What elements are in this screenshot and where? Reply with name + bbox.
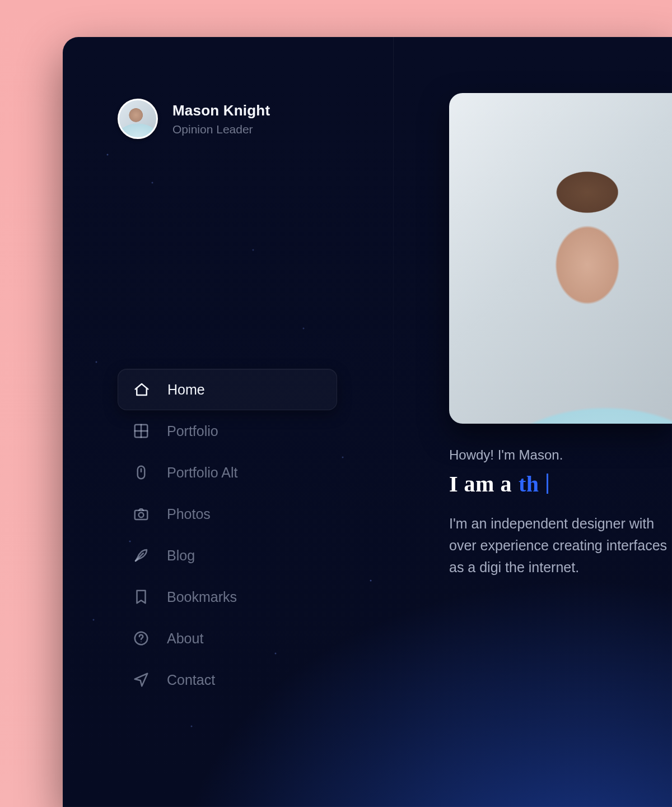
bookmark-icon	[132, 588, 150, 606]
sidebar-item-blog[interactable]: Blog	[118, 535, 337, 576]
camera-icon	[132, 505, 150, 523]
sidebar-item-bookmarks[interactable]: Bookmarks	[118, 576, 337, 618]
mouse-icon	[132, 463, 150, 481]
sidebar-divider	[393, 37, 394, 807]
send-icon	[132, 671, 150, 689]
feather-icon	[132, 546, 150, 564]
sidebar-item-about[interactable]: About	[118, 618, 337, 659]
sidebar-item-label: Bookmarks	[167, 589, 237, 605]
headline-prefix: I am a	[449, 471, 512, 497]
sidebar-item-photos[interactable]: Photos	[118, 493, 337, 535]
greeting-text: Howdy! I'm Mason.	[449, 447, 672, 463]
sidebar-item-portfolio[interactable]: Portfolio	[118, 410, 337, 452]
sidebar-item-label: Photos	[167, 506, 211, 522]
typing-cursor	[547, 474, 548, 494]
sidebar-item-label: Blog	[167, 548, 195, 564]
sidebar: Mason Knight Opinion Leader Home Portfol…	[63, 37, 393, 807]
profile-block[interactable]: Mason Knight Opinion Leader	[118, 99, 337, 139]
app-window: Mason Knight Opinion Leader Home Portfol…	[63, 37, 672, 807]
sidebar-item-contact[interactable]: Contact	[118, 659, 337, 701]
sidebar-item-portfolio-alt[interactable]: Portfolio Alt	[118, 452, 337, 493]
svg-point-9	[141, 642, 142, 643]
sidebar-item-label: About	[167, 630, 203, 647]
svg-point-6	[139, 513, 144, 518]
profile-name: Mason Knight	[172, 102, 270, 119]
headline-typed: th	[519, 471, 539, 497]
sidebar-item-label: Portfolio	[167, 423, 218, 439]
hero-image	[449, 93, 672, 424]
home-icon	[133, 381, 151, 398]
intro-body: I'm an independent designer with over ex…	[449, 513, 672, 578]
intro-block: Howdy! I'm Mason. I am a th I'm an indep…	[449, 447, 672, 578]
grid-icon	[132, 422, 150, 440]
main-content: Howdy! I'm Mason. I am a th I'm an indep…	[449, 93, 672, 807]
avatar[interactable]	[118, 99, 158, 139]
help-icon	[132, 629, 150, 647]
profile-subtitle: Opinion Leader	[172, 123, 270, 136]
sidebar-item-label: Contact	[167, 672, 215, 688]
sidebar-item-label: Home	[167, 382, 205, 398]
sidebar-item-home[interactable]: Home	[118, 369, 337, 410]
profile-text: Mason Knight Opinion Leader	[172, 102, 270, 136]
svg-rect-5	[135, 511, 148, 520]
sidebar-item-label: Portfolio Alt	[167, 465, 237, 481]
sidebar-nav: Home Portfolio Portfolio Alt Photos	[118, 369, 337, 701]
headline: I am a th	[449, 471, 672, 497]
